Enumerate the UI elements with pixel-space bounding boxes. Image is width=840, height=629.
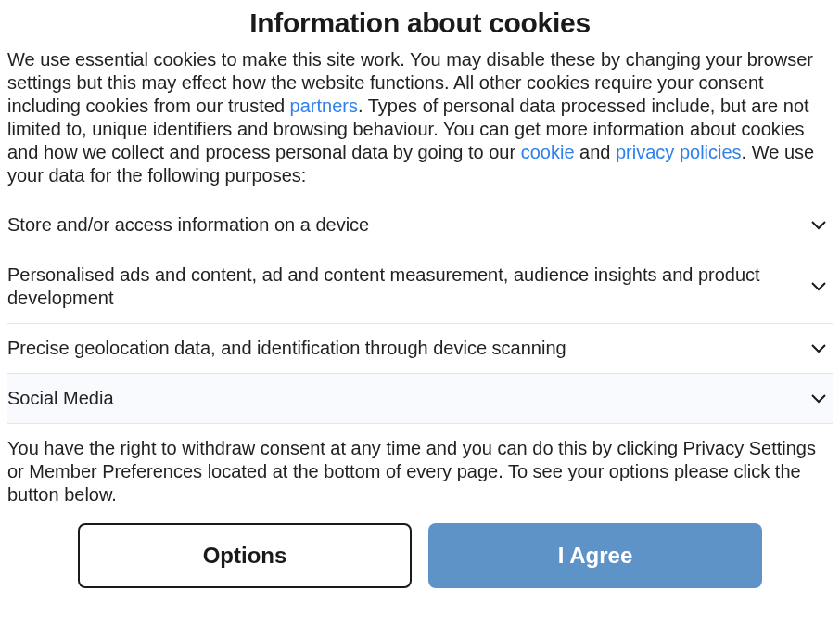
options-button[interactable]: Options	[78, 523, 412, 588]
purposes-accordion: Store and/or access information on a dev…	[7, 200, 833, 424]
link-privacy[interactable]: privacy policies	[616, 142, 742, 162]
chevron-down-icon	[810, 391, 827, 407]
purpose-label: Store and/or access information on a dev…	[7, 213, 788, 237]
purpose-label: Social Media	[7, 387, 788, 410]
dialog-title: Information about cookies	[7, 7, 833, 39]
purpose-label: Personalised ads and content, ad and con…	[7, 263, 788, 310]
purpose-social-media[interactable]: Social Media	[7, 373, 833, 423]
purpose-geolocation[interactable]: Precise geolocation data, and identifica…	[7, 323, 833, 373]
purpose-label: Precise geolocation data, and identifica…	[7, 337, 788, 360]
chevron-down-icon	[810, 278, 827, 295]
link-partners[interactable]: partners	[290, 96, 358, 116]
footer-text: You have the right to withdraw consent a…	[7, 437, 833, 507]
intro-text: We use essential cookies to make this si…	[7, 48, 833, 187]
button-row: Options I Agree	[7, 523, 833, 588]
chevron-down-icon	[810, 217, 827, 234]
purpose-personalised-ads[interactable]: Personalised ads and content, ad and con…	[7, 250, 833, 323]
link-cookie[interactable]: cookie	[521, 142, 575, 162]
agree-button[interactable]: I Agree	[428, 523, 762, 588]
chevron-down-icon	[810, 340, 827, 357]
intro-segment: and	[575, 142, 616, 162]
purpose-store-access[interactable]: Store and/or access information on a dev…	[7, 200, 833, 250]
